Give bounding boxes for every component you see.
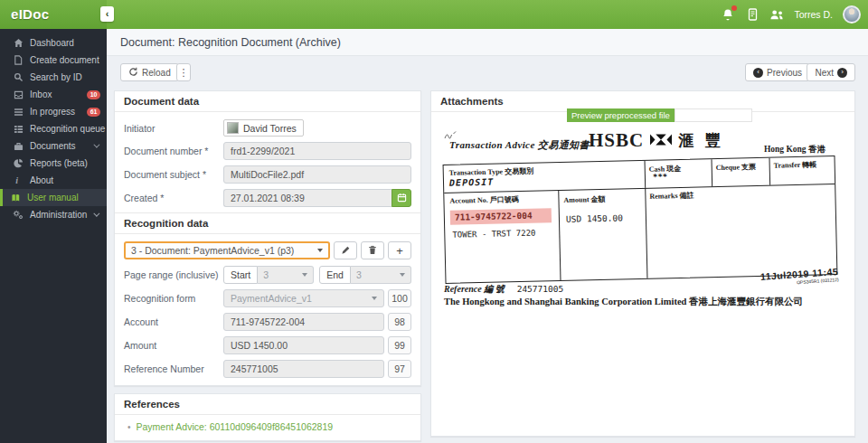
app-window: eIDoc Torres D. Dashboard Create documen… <box>0 0 868 443</box>
references-card: References Payment Advice: 60110d096409f… <box>114 393 421 441</box>
more-actions-button[interactable] <box>176 63 191 81</box>
user-name[interactable]: Torres D. <box>794 9 833 20</box>
start-label: Start <box>223 266 258 284</box>
account-value-highlight: 711-9745722-004 <box>450 208 552 225</box>
account-label: Account <box>124 316 223 327</box>
topbar: eIDoc Torres D. <box>0 0 868 29</box>
app-logo: eIDoc <box>0 0 107 29</box>
payment-advice-reference-link[interactable]: Payment Advice: 60110d096409f86451062819 <box>137 421 334 432</box>
reference-number-label: Reference Number <box>124 363 223 374</box>
caret-down-icon <box>317 249 323 252</box>
scan-title: Transaction Advice 交易通知書 <box>449 138 590 152</box>
sidebar-item-about[interactable]: i About <box>0 172 107 189</box>
sidebar-item-in-progress[interactable]: In progress 61 <box>0 103 107 120</box>
preview-tooltip-box[interactable] <box>675 108 752 122</box>
previous-label: Previous <box>767 68 802 78</box>
hsbc-wordmark: HSBC <box>589 129 644 152</box>
sidebar-item-create-document[interactable]: Create document <box>0 52 107 69</box>
sidebar-item-label: Dashboard <box>30 38 74 48</box>
calendar-icon <box>397 190 407 206</box>
users-group-icon[interactable] <box>769 7 784 22</box>
remarks-label: Remarks 備註 <box>649 191 693 202</box>
initiator-chip[interactable]: David Torres <box>223 119 304 137</box>
toolbar: Reload Previous Next <box>107 56 868 89</box>
notifications-bell-icon[interactable] <box>721 7 735 22</box>
document-number-field[interactable]: frd1-2299/2021 <box>223 142 411 160</box>
sidebar-item-recognition-queue[interactable]: Recognition queue <box>0 120 107 137</box>
sidebar-item-inbox[interactable]: Inbox 10 <box>0 86 107 103</box>
add-document-button[interactable] <box>388 241 411 259</box>
sidebar-item-label: Documents <box>30 141 76 151</box>
document-data-card: Document data Initiator David Torres Doc… <box>114 90 421 386</box>
sidebar-item-dashboard[interactable]: Dashboard <box>0 34 107 52</box>
sidebar: Dashboard Create document Search by ID I… <box>0 29 107 443</box>
recognized-document-value: 3 - Document: PaymentAdvice_v1 (p3) <box>131 245 294 256</box>
scanned-document-preview[interactable]: Transaction Advice 交易通知書 HSBC 滙 豐 Hong K… <box>437 124 849 432</box>
sidebar-item-documents[interactable]: Documents <box>0 137 107 155</box>
document-subject-field[interactable]: MultiDocFile2.pdf <box>223 165 411 184</box>
reference-number-field[interactable]: 245771005 <box>223 360 384 378</box>
edit-document-button[interactable] <box>334 241 357 259</box>
sidebar-item-reports[interactable]: Reports (beta) <box>0 155 107 172</box>
sidebar-item-administration[interactable]: Administration <box>0 206 107 223</box>
document-subject-label: Document subject * <box>124 169 223 180</box>
recognition-form-value: PaymentAdvice_v1 <box>231 293 312 304</box>
reference-value-scan: 245771005 <box>517 284 563 294</box>
amount-field[interactable]: USD 1450.00 <box>223 336 384 354</box>
start-page-select[interactable]: 3 <box>258 266 314 284</box>
previous-arrow-icon <box>753 68 763 78</box>
user-avatar[interactable] <box>843 5 861 24</box>
page-titlebar: Document: Recognition Document (Archive) <box>107 29 868 56</box>
initiator-label: Initiator <box>124 123 223 134</box>
recognition-form-select[interactable]: PaymentAdvice_v1 <box>223 289 384 307</box>
mobile-app-icon[interactable] <box>745 7 760 22</box>
pencil-icon <box>341 242 351 259</box>
caret-down-icon <box>372 297 377 300</box>
next-label: Next <box>815 68 834 78</box>
document-data-title: Document data <box>115 91 420 112</box>
gears-icon <box>13 210 24 220</box>
chevron-down-icon <box>93 142 99 148</box>
end-page-value: 3 <box>356 269 362 280</box>
notification-dot <box>731 5 737 11</box>
amount-value-scan: USD 1450.00 <box>566 212 623 223</box>
recognition-form-label: Recognition form <box>124 293 223 304</box>
previous-button[interactable]: Previous <box>745 63 810 81</box>
sidebar-item-label: Recognition queue <box>30 124 105 134</box>
end-label: End <box>319 266 351 284</box>
account-no-label: Account No. 戶口號碼 <box>449 194 518 206</box>
page-range-label: Page range (inclusive) <box>124 269 223 280</box>
account-score: 98 <box>388 313 411 331</box>
recognition-form-score: 100 <box>388 289 411 307</box>
sidebar-item-label: Create document <box>30 55 99 65</box>
preview-preprocessed-file-button[interactable]: Preview preprocessed file <box>567 108 675 122</box>
search-icon <box>13 72 24 82</box>
sidebar-item-label: User manual <box>27 193 79 203</box>
caret-down-icon <box>400 273 405 277</box>
pie-chart-icon <box>13 158 24 168</box>
sidebar-item-label: Reports (beta) <box>30 158 88 168</box>
reference-label-scan: Reference 編 號 <box>444 283 505 296</box>
scan-reference-line: Reference 編 號 245771005 <box>444 283 563 296</box>
delete-document-button[interactable] <box>361 241 384 259</box>
scan-brand: HSBC 滙 豐 <box>589 129 724 152</box>
initiator-avatar <box>227 122 239 134</box>
end-page-select[interactable]: 3 <box>351 266 411 284</box>
created-field[interactable]: 27.01.2021 08:39 <box>223 189 392 207</box>
recognized-document-select[interactable]: 3 - Document: PaymentAdvice_v1 (p3) <box>124 241 330 259</box>
calendar-button[interactable] <box>392 189 411 207</box>
account-field[interactable]: 711-9745722-004 <box>223 313 384 331</box>
next-button[interactable]: Next <box>807 63 855 81</box>
transaction-type-value: DEPOSIT <box>449 177 494 188</box>
sidebar-item-search-by-id[interactable]: Search by ID <box>0 69 107 86</box>
scan-region: Hong Kong 香港 <box>764 144 826 156</box>
amount-label: Amount <box>124 340 223 351</box>
sidebar-collapse-button[interactable] <box>100 6 114 22</box>
reload-label: Reload <box>142 68 171 78</box>
transfer-label: Transfer 轉帳 <box>774 160 817 171</box>
reload-icon <box>128 67 138 79</box>
start-page-value: 3 <box>263 269 269 280</box>
reload-button[interactable]: Reload <box>120 63 179 81</box>
tasks-icon <box>13 108 24 117</box>
sidebar-item-user-manual[interactable]: User manual <box>0 189 107 206</box>
